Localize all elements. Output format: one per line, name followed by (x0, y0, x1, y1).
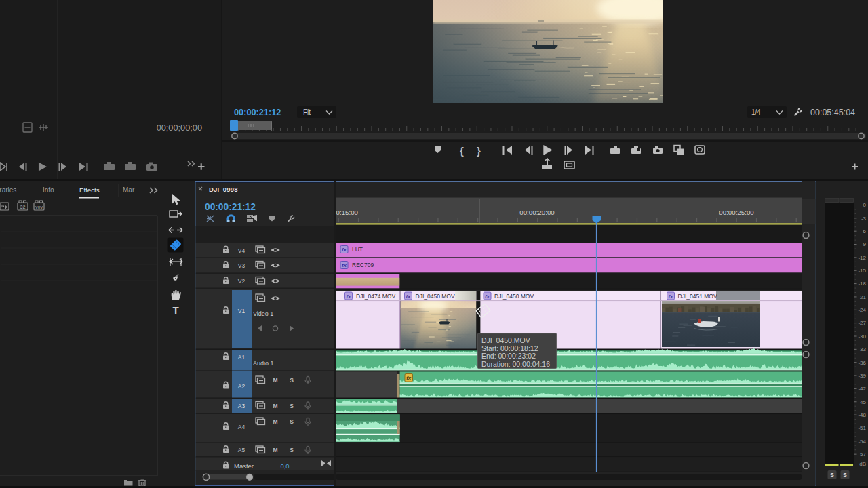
svg-text:fx: fx (485, 293, 490, 300)
svg-text:-6: -6 (861, 228, 867, 235)
svg-text:Effects: Effects (79, 186, 100, 194)
svg-text:fx: fx (342, 262, 347, 268)
svg-text:fx: fx (406, 293, 411, 300)
svg-text:-15: -15 (858, 268, 866, 274)
svg-text:End: 00:00:23:02: End: 00:00:23:02 (481, 352, 536, 360)
svg-text:-9: -9 (861, 241, 867, 247)
svg-text:DJI_0450.MOV: DJI_0450.MOV (416, 293, 455, 300)
svg-text:A1: A1 (238, 354, 245, 361)
svg-text:DJI_0451.MOV: DJI_0451.MOV (678, 293, 717, 300)
svg-text:V3: V3 (238, 262, 245, 269)
svg-text:DJI_0450.MOV: DJI_0450.MOV (481, 336, 530, 344)
svg-text:-30: -30 (858, 333, 866, 340)
svg-text:Info: Info (43, 186, 54, 194)
svg-text:fx: fx (406, 375, 412, 381)
svg-text:{: { (460, 145, 464, 157)
svg-text:fx: fx (346, 293, 351, 300)
svg-text:S: S (290, 403, 294, 409)
svg-text:-33: -33 (858, 346, 866, 352)
svg-text:-51: -51 (858, 425, 866, 431)
svg-text:32: 32 (20, 205, 26, 209)
svg-text:00:00:21:12: 00:00:21:12 (205, 202, 256, 212)
svg-text:S: S (830, 472, 834, 479)
svg-text:A3: A3 (238, 403, 245, 409)
svg-text:0:15:00: 0:15:00 (336, 209, 359, 216)
svg-text:-12: -12 (858, 255, 866, 261)
svg-text:V4: V4 (238, 247, 245, 254)
svg-text:S: S (290, 447, 294, 453)
svg-text:00:00:21:12: 00:00:21:12 (234, 107, 281, 117)
svg-text:Audio 1: Audio 1 (253, 360, 274, 367)
svg-text:M: M (273, 447, 277, 453)
svg-text:00:05:45:04: 00:05:45:04 (810, 108, 855, 117)
svg-text:-3: -3 (861, 216, 867, 222)
svg-text:REC709: REC709 (352, 262, 374, 268)
svg-text:-18: -18 (858, 281, 866, 287)
svg-text:-24: -24 (858, 307, 866, 313)
svg-text:T: T (172, 304, 178, 316)
svg-text:-42: -42 (858, 386, 866, 392)
svg-text:00:00:25:00: 00:00:25:00 (719, 209, 754, 216)
svg-text:Video 1: Video 1 (253, 310, 273, 317)
svg-text:Mar: Mar (123, 186, 135, 194)
svg-text:S: S (843, 472, 847, 479)
svg-text:-45: -45 (858, 399, 866, 405)
svg-text:A2: A2 (238, 383, 245, 390)
svg-text:-27: -27 (858, 320, 866, 326)
svg-text:Fit: Fit (303, 108, 311, 116)
svg-text:S: S (290, 377, 294, 384)
svg-text:M: M (273, 403, 277, 409)
svg-text:YUV: YUV (35, 205, 43, 209)
svg-text:dB: dB (859, 461, 866, 467)
svg-text:M: M (273, 377, 277, 384)
svg-text:Duration: 00:00:04:16: Duration: 00:00:04:16 (481, 360, 550, 368)
svg-text:1/4: 1/4 (751, 108, 761, 116)
svg-text:V2: V2 (238, 278, 245, 285)
svg-text:M: M (273, 418, 277, 425)
svg-text:}: } (477, 145, 481, 157)
svg-text:fx: fx (342, 247, 347, 253)
svg-text:Libraries: Libraries (0, 186, 16, 194)
svg-text:-54: -54 (858, 439, 866, 445)
svg-text:S: S (290, 418, 294, 425)
svg-text:-57: -57 (858, 451, 866, 458)
svg-text:A5: A5 (238, 447, 245, 453)
svg-text:fx: fx (668, 293, 673, 300)
svg-text:-39: -39 (858, 373, 866, 379)
svg-text:0: 0 (863, 202, 867, 208)
svg-text:A4: A4 (238, 424, 245, 430)
svg-text:-36: -36 (858, 360, 866, 366)
svg-text:Start: 00:00:18:12: Start: 00:00:18:12 (481, 344, 538, 352)
svg-text:DJI_0998: DJI_0998 (209, 186, 238, 193)
svg-text:00;00;00;00: 00;00;00;00 (157, 123, 202, 133)
svg-text:-21: -21 (858, 294, 866, 300)
svg-text:DJI_0450.MOV: DJI_0450.MOV (494, 293, 534, 300)
svg-text:-48: -48 (858, 412, 866, 418)
svg-text:DJI_0474.MOV: DJI_0474.MOV (356, 293, 395, 300)
svg-text:Master: Master (234, 462, 254, 470)
svg-text:LUT: LUT (352, 246, 363, 253)
svg-text:V1: V1 (238, 308, 245, 314)
svg-text:00:00:20:00: 00:00:20:00 (519, 209, 555, 216)
svg-text:0,0: 0,0 (280, 462, 289, 470)
